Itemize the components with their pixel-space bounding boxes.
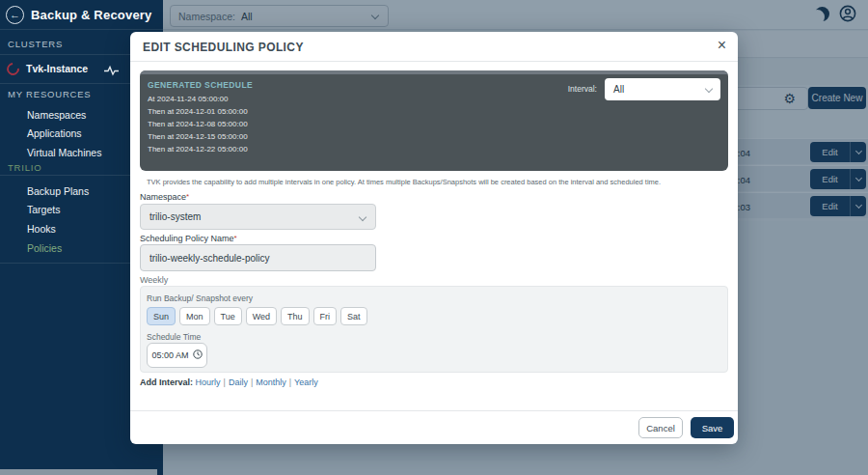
day-chip-wed[interactable]: Wed — [246, 307, 277, 325]
day-chip-sun[interactable]: Sun — [147, 307, 176, 325]
day-chip-fri[interactable]: Fri — [313, 307, 338, 325]
sidebar-item-targets[interactable]: Targets — [27, 204, 60, 215]
add-interval-label: Add Interval: — [140, 377, 193, 387]
chevron-down-icon — [359, 213, 366, 221]
schedule-line: Then at 2024-12-01 05:00:00 — [148, 107, 248, 116]
interval-filter-label: Interval: — [568, 84, 597, 94]
my-resources-section-label: MY RESOURCES — [8, 89, 92, 99]
generated-schedule-panel: GENERATED SCHEDULE At 2024-11-24 05:00:0… — [140, 70, 728, 171]
sidebar-item-hooks[interactable]: Hooks — [27, 223, 56, 235]
link-separator: | — [286, 377, 294, 387]
add-interval-daily-link[interactable]: Daily — [229, 377, 248, 387]
schedule-time-value: 05:00 AM — [151, 350, 188, 360]
sidebar-item-applications[interactable]: Applications — [27, 127, 82, 139]
weekly-settings-panel: Run Backup/ Snapshot every Sun Mon Tue W… — [140, 286, 728, 373]
namespace-field-label: Namespace* — [140, 192, 189, 202]
day-chip-sat[interactable]: Sat — [340, 307, 367, 325]
clock-icon — [193, 349, 203, 361]
policy-name-field-label-text: Scheduling Policy Name — [140, 234, 234, 243]
day-chip-thu[interactable]: Thu — [281, 307, 310, 325]
namespace-field-label-text: Namespace — [140, 192, 186, 202]
policy-name-field-label: Scheduling Policy Name* — [140, 234, 237, 243]
chevron-down-icon — [705, 85, 713, 93]
generated-schedule-heading: GENERATED SCHEDULE — [148, 80, 253, 90]
close-icon[interactable]: × — [718, 36, 726, 55]
day-chip-tue[interactable]: Tue — [214, 307, 242, 325]
back-arrow-icon[interactable]: ← — [6, 6, 24, 24]
save-button[interactable]: Save — [691, 417, 734, 438]
interval-filter-value: All — [613, 84, 624, 95]
run-backup-label: Run Backup/ Snapshot every — [147, 293, 253, 303]
sidebar-item-virtual-machines[interactable]: Virtual Machines — [27, 147, 101, 158]
add-interval-hourly-link[interactable]: Hourly — [196, 377, 221, 387]
modal-title: EDIT SCHEDULING POLICY — [143, 41, 304, 54]
edit-scheduling-policy-modal: EDIT SCHEDULING POLICY × GENERATED SCHED… — [130, 32, 738, 444]
add-interval-monthly-link[interactable]: Monthly — [256, 377, 286, 387]
policy-name-input[interactable] — [140, 244, 376, 271]
schedule-line: Then at 2024-12-08 05:00:00 — [148, 120, 248, 128]
modal-footer: Cancel Save — [130, 410, 738, 444]
horizontal-scrollbar[interactable] — [0, 469, 157, 475]
app-window: Namespace: All ⚙ Create New 11:04 Edit — [0, 0, 868, 475]
activity-pulse-icon[interactable] — [104, 63, 119, 80]
sidebar-header: ← Backup & Recovery — [0, 0, 163, 30]
cluster-status-icon — [4, 60, 21, 77]
add-interval-row: Add Interval: Hourly|Daily|Monthly|Yearl… — [140, 377, 318, 387]
namespace-select-value: trilio-system — [149, 211, 201, 222]
weekday-selector: Sun Mon Tue Wed Thu Fri Sat — [147, 307, 367, 325]
required-marker: * — [186, 192, 189, 201]
link-separator: | — [248, 377, 256, 387]
schedule-line: Then at 2024-12-15 05:00:00 — [148, 132, 248, 141]
namespace-select[interactable]: trilio-system — [140, 204, 376, 230]
panel-scrollbar-track[interactable] — [140, 70, 728, 74]
schedule-line: Then at 2024-12-22 05:00:00 — [148, 145, 248, 154]
sidebar-item-backup-plans[interactable]: Backup Plans — [27, 185, 89, 197]
cancel-button[interactable]: Cancel — [638, 417, 683, 438]
link-separator: | — [221, 377, 229, 387]
day-chip-mon[interactable]: Mon — [179, 307, 210, 325]
clusters-section-label: CLUSTERS — [8, 39, 63, 49]
interval-filter-select[interactable]: All — [605, 78, 720, 100]
weekly-section-label: Weekly — [140, 275, 168, 285]
schedule-time-input[interactable]: 05:00 AM — [147, 343, 207, 368]
policy-description-text: TVK provides the capability to add multi… — [147, 178, 661, 186]
add-interval-yearly-link[interactable]: Yearly — [294, 377, 318, 387]
cluster-name: Tvk-Instance — [26, 63, 88, 74]
schedule-line: At 2024-11-24 05:00:00 — [148, 95, 228, 103]
required-marker: * — [234, 234, 237, 242]
schedule-time-label: Schedule Time — [147, 332, 201, 342]
trilio-section-label: TRILIO — [8, 162, 41, 173]
modal-header: EDIT SCHEDULING POLICY × — [130, 32, 738, 62]
app-title: Backup & Recovery — [31, 8, 152, 22]
sidebar-item-policies[interactable]: Policies — [27, 242, 62, 254]
sidebar-item-namespaces[interactable]: Namespaces — [27, 109, 86, 121]
